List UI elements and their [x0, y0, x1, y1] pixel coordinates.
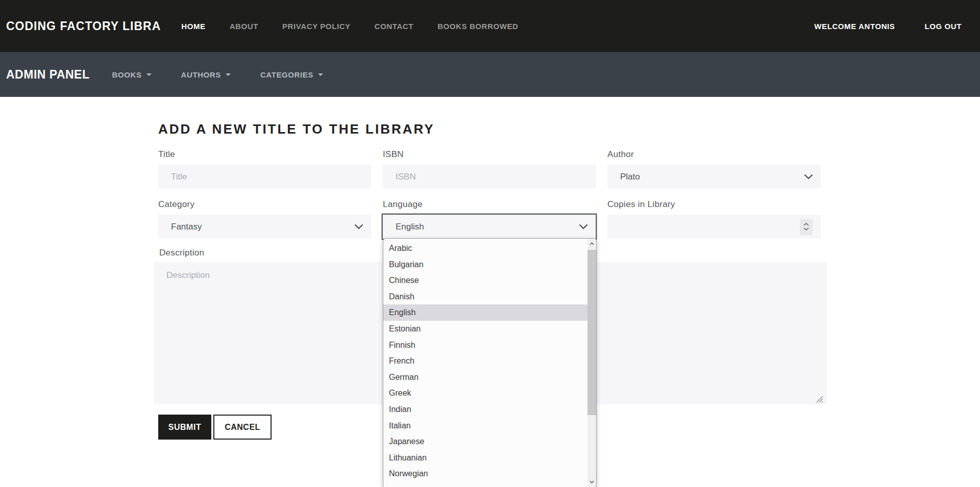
caret-down-icon: [318, 73, 323, 76]
chevron-up-icon: [590, 242, 594, 245]
language-select-value: English: [396, 222, 424, 232]
nav-item-about[interactable]: ABOUT: [230, 22, 258, 31]
menu-authors-label: AUTHORS: [181, 70, 221, 79]
language-option[interactable]: Estonian: [383, 321, 587, 337]
author-select[interactable]: Plato: [607, 165, 821, 189]
menu-books[interactable]: BOOKS: [112, 70, 152, 79]
description-label: Description: [159, 248, 204, 259]
admin-panel-bar: ADMIN PANEL BOOKS AUTHORS CATEGORIES: [0, 52, 980, 97]
caret-down-icon: [146, 73, 152, 76]
language-option[interactable]: French: [383, 353, 587, 369]
copies-field-group: Copies in Library: [607, 199, 821, 239]
chevron-up-icon: [803, 223, 809, 226]
scrollbar-thumb[interactable]: [587, 250, 596, 415]
language-option[interactable]: Greek: [383, 385, 587, 401]
number-spinner[interactable]: [800, 219, 813, 235]
chevron-down-icon: [590, 480, 594, 483]
language-option[interactable]: Arabic: [383, 240, 587, 257]
scrollbar-up-button[interactable]: [587, 239, 596, 249]
cancel-button[interactable]: CANCEL: [213, 415, 272, 440]
author-select-value: Plato: [620, 172, 640, 182]
menu-authors[interactable]: AUTHORS: [181, 70, 231, 79]
language-label: Language: [383, 199, 596, 210]
menu-categories[interactable]: CATEGORIES: [260, 70, 323, 79]
nav-item-books-borrowed[interactable]: BOOKS BORROWED: [437, 22, 518, 31]
main-nav: HOME ABOUT PRIVACY POLICY CONTACT BOOKS …: [181, 22, 542, 31]
language-option[interactable]: Norwegian: [383, 466, 587, 482]
category-field-group: Category Fantasy: [158, 199, 371, 239]
category-label: Category: [158, 199, 371, 210]
language-option-selected[interactable]: English: [383, 304, 587, 321]
title-field-group: Title: [158, 149, 371, 189]
language-option[interactable]: Danish: [383, 289, 587, 305]
chevron-down-icon: [804, 174, 813, 180]
form-actions: SUBMIT CANCEL: [158, 415, 272, 440]
author-field-group: Author Plato: [607, 149, 821, 189]
top-navbar: CODING FACTORY LIBRA HOME ABOUT PRIVACY …: [0, 0, 980, 52]
language-select[interactable]: English: [383, 215, 596, 239]
scrollbar-down-button[interactable]: [587, 477, 596, 487]
language-option[interactable]: Chinese: [383, 272, 587, 289]
author-label: Author: [607, 149, 821, 160]
language-option[interactable]: Bulgarian: [383, 257, 587, 273]
submit-button[interactable]: SUBMIT: [158, 415, 211, 440]
nav-item-privacy-policy[interactable]: PRIVACY POLICY: [282, 22, 351, 31]
isbn-field-group: ISBN: [383, 149, 596, 189]
copies-label: Copies in Library: [607, 199, 821, 210]
navbar-right: WELCOME ANTONIS LOG OUT: [814, 22, 962, 31]
dropdown-scrollbar[interactable]: [587, 239, 596, 487]
isbn-input[interactable]: [383, 165, 596, 189]
page-title: ADD A NEW TITLE TO THE LIBRARY: [158, 121, 435, 137]
language-option[interactable]: Finnish: [383, 337, 587, 353]
title-label: Title: [158, 149, 371, 160]
category-select[interactable]: Fantasy: [158, 215, 371, 239]
language-option[interactable]: Japanese: [383, 433, 587, 450]
admin-panel-brand[interactable]: ADMIN PANEL: [6, 68, 90, 82]
chevron-down-icon: [579, 224, 587, 229]
isbn-label: ISBN: [383, 149, 596, 160]
category-select-value: Fantasy: [171, 222, 202, 232]
language-option[interactable]: Lithuanian: [383, 450, 587, 466]
language-field-group: Language English: [383, 199, 596, 239]
menu-categories-label: CATEGORIES: [260, 70, 313, 79]
chevron-down-icon: [803, 227, 809, 230]
logout-link[interactable]: LOG OUT: [924, 22, 962, 31]
copies-input[interactable]: [607, 215, 821, 239]
menu-books-label: BOOKS: [112, 70, 142, 79]
language-option[interactable]: Indian: [383, 401, 587, 418]
language-option[interactable]: Italian: [383, 418, 587, 434]
title-input[interactable]: [158, 165, 371, 189]
site-brand[interactable]: CODING FACTORY LIBRA: [6, 19, 161, 33]
caret-down-icon: [226, 73, 231, 76]
welcome-text: WELCOME ANTONIS: [814, 22, 895, 31]
language-option[interactable]: German: [383, 369, 587, 386]
chevron-down-icon: [355, 224, 363, 229]
nav-item-home[interactable]: HOME: [181, 22, 205, 31]
add-title-form: Title ISBN Author Plato Category Fantasy: [158, 149, 821, 239]
resize-grip-icon[interactable]: [816, 395, 823, 403]
language-dropdown-list: Arabic Bulgarian Chinese Danish English …: [383, 238, 597, 487]
nav-item-contact[interactable]: CONTACT: [375, 22, 413, 31]
